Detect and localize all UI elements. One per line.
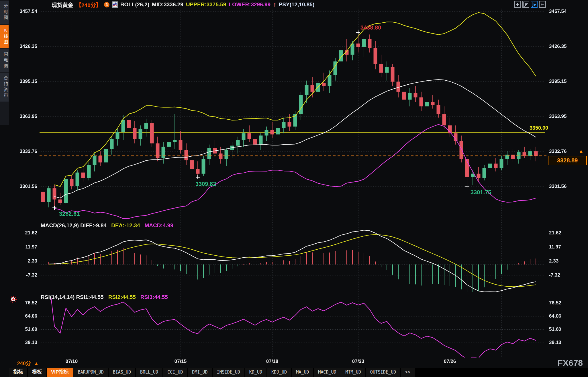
y-axis-label: 39.13 (25, 340, 37, 345)
macd-title: MACD(26,12,9) DIFF:-9.84 (41, 222, 107, 229)
y-axis-label: 76.52 (25, 300, 37, 306)
footer-tab-MTM_UD[interactable]: MTM_UD (341, 368, 366, 377)
level-line-label: 3350.00 (513, 125, 548, 131)
macd-value: MACD:4.99 (145, 222, 173, 229)
y-axis-label: 3301.56 (549, 184, 567, 189)
y-axis-label: 64.06 (25, 313, 37, 319)
y-axis-label: 3426.35 (20, 44, 37, 49)
x-axis-date-label: 07/26 (444, 359, 456, 364)
mini-kline-icon[interactable] (112, 1, 118, 8)
y-axis-label: 3395.15 (20, 79, 37, 84)
footer-tab-BIAS_UD[interactable]: BIAS_UD (109, 368, 136, 377)
chart-header: 现货黄金 【240分】 ⇅ BOLL(26,2) MID:3336.29 UPP… (52, 1, 314, 8)
period-up-arrow-icon: ▲ (34, 361, 39, 366)
footer-tab-BOLL_UD[interactable]: BOLL_UD (136, 368, 163, 377)
y-axis-label: -7.32 (26, 272, 37, 278)
y-axis-label: 3301.56 (20, 184, 37, 189)
y-axis-label: 3332.76 (20, 149, 37, 154)
last-price-arrow-icon: ▲ (578, 148, 584, 155)
indicator-tab-bar: 指标模板VIP指标BARUPDN_UDBIAS_UDBOLL_UDCCI_UDD… (9, 368, 588, 377)
y-axis-label: 11.97 (549, 244, 561, 250)
macd-pane-header: MACD(26,12,9) DIFF:-9.84 DEA:-12.34 MACD… (41, 222, 173, 229)
sidebar-tab-闪电图[interactable]: 闪电图 (0, 49, 9, 72)
boll-lower-value: LOWER:3296.99 (229, 1, 271, 8)
y-axis-label: 51.60 (549, 327, 561, 332)
footer-tab-CCI_UD[interactable]: CCI_UD (163, 368, 188, 377)
boll-label: BOLL(26,2) (120, 1, 149, 8)
footer-tab-指标[interactable]: 指标 (9, 368, 28, 377)
y-axis-label: 3332.76 (549, 149, 567, 154)
sidebar-tab-合约资料[interactable]: 合约资料 (0, 73, 9, 102)
y-axis-label: -7.32 (549, 272, 560, 278)
axis-divider-icon[interactable]: ⊢ (539, 1, 546, 8)
y-axis-label: 3426.35 (549, 44, 567, 49)
y-axis-label: 39.13 (549, 340, 561, 345)
rsi-title: RSI(14,14,14) RSI1:44.55 (41, 294, 104, 300)
watermark: FX678 (558, 358, 583, 368)
psy-label: PSY(12,10,85) (279, 1, 315, 8)
swap-circle-icon[interactable]: ⇅ (104, 2, 109, 7)
footer-tab->>[interactable]: >> (401, 368, 415, 377)
x-axis-date-label: 07/18 (266, 359, 279, 364)
rsi3-value: RSI3:44.55 (140, 294, 168, 300)
period-label: 【240分】 (76, 1, 101, 9)
footer-tab-MA_UD[interactable]: MA_UD (292, 368, 314, 377)
trading-app-window: 分时图K线图闪电图合约资料 现货黄金 【240分】 ⇅ BOLL(26,2) M… (0, 0, 588, 377)
y-axis-label: 2.33 (549, 258, 558, 264)
y-axis-label: 21.62 (549, 230, 561, 236)
sidebar: 分时图K线图闪电图合约资料 (0, 0, 9, 125)
sidebar-tab-K线图[interactable]: K线图 (0, 25, 9, 48)
x-axis-date-label: 07/10 (66, 359, 78, 364)
alert-icon[interactable]: ✚ (10, 296, 17, 303)
x-axis-date-label: 07/23 (352, 359, 364, 364)
y-axis-label: 3363.95 (20, 114, 37, 119)
macd-dea-value: DEA:-12.34 (111, 222, 140, 229)
boll-upper-value: UPPER:3375.59 (186, 1, 226, 8)
y-axis-label: 21.62 (25, 230, 37, 236)
footer-tab-OUTSIDE_UD[interactable]: OUTSIDE_UD (366, 368, 401, 377)
axis-play-icon[interactable]: ⎣▶ (531, 1, 538, 8)
chart-canvas[interactable] (0, 0, 588, 377)
layout-toolbar: ✚ ⎣◩ ⎣▶ ⊢ (514, 1, 546, 8)
y-axis-label: 3457.54 (20, 9, 37, 14)
footer-tab-DMI_UD[interactable]: DMI_UD (188, 368, 212, 377)
rsi2-value: RSI2:44.55 (108, 294, 136, 300)
y-axis-label: 3395.15 (549, 79, 567, 84)
y-axis-label: 3457.54 (549, 9, 567, 14)
symbol-title: 现货黄金 (52, 1, 73, 9)
y-axis-label: 51.60 (25, 327, 37, 332)
last-price-tag: 3328.89 (548, 156, 587, 165)
red-up-arrow-icon: ↑ (273, 1, 276, 8)
footer-tab-MACD_UD[interactable]: MACD_UD (314, 368, 341, 377)
grid-layout-icon[interactable]: ✚ (514, 1, 521, 8)
footer-tab-VIP指标[interactable]: VIP指标 (47, 368, 73, 377)
y-axis-label: 64.06 (549, 313, 561, 319)
y-axis-label: 2.33 (28, 258, 37, 264)
date-axis: 07/1007/1507/1807/2307/26 (0, 359, 588, 367)
axis-chart-icon[interactable]: ⎣◩ (522, 1, 529, 8)
x-axis-date-label: 07/15 (175, 359, 187, 364)
footer-tab-INSIDE_UD[interactable]: INSIDE_UD (213, 368, 245, 377)
y-axis-label: 3363.95 (549, 114, 567, 119)
footer-tab-BARUPDN_UD[interactable]: BARUPDN_UD (73, 368, 108, 377)
boll-mid-value: MID:3336.29 (152, 1, 183, 8)
footer-tab-KDJ_UD[interactable]: KDJ_UD (267, 368, 292, 377)
footer-tab-模板[interactable]: 模板 (28, 368, 47, 377)
rsi-pane-header: RSI(14,14,14) RSI1:44.55 RSI2:44.55 RSI3… (41, 294, 168, 300)
sidebar-tab-分时图[interactable]: 分时图 (0, 1, 9, 24)
y-axis-label: 11.97 (25, 244, 37, 250)
y-axis-label: 76.52 (549, 300, 561, 306)
period-badge[interactable]: 240分▲ (17, 359, 39, 367)
footer-tab-KD_UD[interactable]: KD_UD (245, 368, 267, 377)
